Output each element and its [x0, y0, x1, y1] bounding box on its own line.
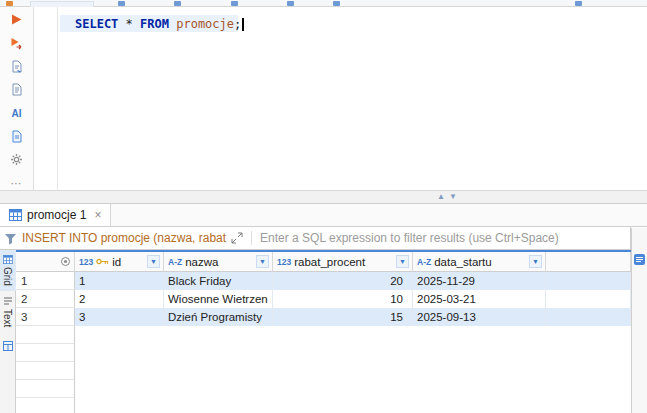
sql-keyword-select: SELECT: [75, 17, 118, 31]
cell-rabat-procent[interactable]: 10: [273, 290, 413, 308]
column-name: id: [112, 256, 121, 268]
row-number[interactable]: 2: [16, 290, 75, 308]
sort-dropdown-rabat-procent[interactable]: ▼: [396, 255, 409, 268]
column-header-rabat-procent[interactable]: 123 rabat_procent ▼: [273, 252, 413, 272]
gear-icon: [10, 153, 23, 166]
column-name: rabat_procent: [294, 256, 365, 268]
select-all-corner[interactable]: [16, 252, 75, 272]
record-selector-icon: [60, 256, 71, 267]
table-row: 3 3 Dzień Programisty 15 2025-09-13: [16, 308, 631, 326]
cell-id[interactable]: 3: [75, 308, 164, 326]
sql-star: *: [126, 17, 133, 31]
document-arrow-icon: [11, 60, 23, 73]
ai-assistant-button[interactable]: AI: [9, 107, 25, 120]
close-icon[interactable]: ×: [94, 208, 101, 222]
result-tab-label: promocje 1: [27, 208, 86, 222]
editor-side-toolbar: AI ⋯: [0, 7, 34, 190]
tab-text[interactable]: Text: [0, 291, 16, 332]
filter-input[interactable]: Enter a SQL expression to filter results…: [260, 231, 559, 245]
editor-results-splitter[interactable]: ▲▼: [0, 190, 647, 204]
play-icon: [10, 13, 23, 26]
cell-empty: [546, 290, 631, 308]
fold-margin: [57, 7, 58, 190]
panel-list-icon: [634, 254, 645, 265]
value-panel-strip: [631, 228, 647, 413]
text-caret: [242, 18, 244, 31]
type-number-icon: 123: [277, 257, 291, 267]
ai-label: AI: [12, 108, 22, 119]
type-string-icon: A-Z: [168, 257, 182, 267]
sql-editor-region: AI ⋯ SELECT * FROM promocje;: [0, 7, 647, 190]
column-header-nazwa[interactable]: A-Z nazwa ▼: [164, 252, 273, 272]
overflow-dots: ⋯: [11, 177, 23, 190]
calc-panel-button[interactable]: [3, 340, 13, 354]
sql-templates-button[interactable]: [9, 130, 25, 143]
table-row: 1 1 Black Friday 20 2025-11-29: [16, 272, 631, 290]
cell-empty: [546, 272, 631, 290]
sort-dropdown-id[interactable]: ▼: [147, 255, 160, 268]
sql-semicolon: ;: [234, 17, 241, 31]
expand-filter-icon[interactable]: [231, 232, 243, 244]
cropped-top-toolbar: [0, 0, 647, 7]
sql-editor[interactable]: SELECT * FROM promocje;: [34, 7, 647, 190]
collapse-up-icon[interactable]: ▲: [437, 192, 449, 201]
cell-rabat-procent[interactable]: 20: [273, 272, 413, 290]
type-string-icon: A-Z: [417, 257, 431, 267]
cropped-toolbar-icon: [118, 1, 125, 6]
document-icon: [11, 83, 23, 96]
grid-view-icon: [3, 255, 13, 264]
cropped-toolbar-icon: [575, 1, 582, 6]
cell-empty: [546, 308, 631, 326]
script-document-button[interactable]: [9, 83, 25, 96]
column-header-empty: [546, 252, 631, 272]
column-name: nazwa: [185, 256, 218, 268]
cell-nazwa[interactable]: Black Friday: [164, 272, 273, 290]
results-tabbar: promocje 1 ×: [0, 204, 647, 227]
filter-separator: [251, 231, 252, 245]
cropped-toolbar-icon: [333, 1, 340, 6]
cell-rabat-procent[interactable]: 15: [273, 308, 413, 326]
play-script-icon: [10, 37, 23, 50]
sort-dropdown-nazwa[interactable]: ▼: [256, 255, 269, 268]
text-view-icon: [3, 296, 13, 306]
column-name: data_startu: [434, 256, 492, 268]
value-panel-button[interactable]: [634, 254, 645, 268]
result-tab-promocje[interactable]: promocje 1 ×: [0, 204, 111, 226]
execute-script-button[interactable]: [9, 36, 25, 49]
filter-funnel-icon: [4, 232, 17, 245]
cell-id[interactable]: 1: [75, 272, 164, 290]
sort-dropdown-data-startu[interactable]: ▼: [529, 255, 542, 268]
cell-id[interactable]: 2: [75, 290, 164, 308]
row-number[interactable]: 3: [16, 308, 75, 326]
row-number[interactable]: 1: [16, 272, 75, 290]
cell-data-startu[interactable]: 2025-11-29: [413, 272, 546, 290]
applied-filter-text[interactable]: INSERT INTO promocje (nazwa, rabat: [22, 231, 226, 245]
result-grid: 123 id ▼ A-Z nazwa ▼ 123 rabat_procent ▼…: [16, 250, 631, 413]
result-view-tabs: Grid Text: [0, 250, 16, 413]
cell-nazwa[interactable]: Dzień Programisty: [164, 308, 273, 326]
cropped-toolbar-icon: [231, 1, 238, 6]
tab-grid[interactable]: Grid: [0, 250, 16, 291]
sql-code-line: SELECT * FROM promocje;: [75, 16, 244, 32]
table-row: 2 2 Wiosenne Wietrzen 10 2025-03-21: [16, 290, 631, 308]
mini-grid-icon: [3, 341, 13, 351]
blue-document-icon: [11, 130, 23, 143]
collapse-down-icon[interactable]: ▼: [449, 192, 461, 201]
tab-grid-label: Grid: [2, 267, 13, 286]
sql-table-name: promocje: [176, 17, 234, 31]
column-header-data-startu[interactable]: A-Z data_startu ▼: [413, 252, 546, 272]
cell-data-startu[interactable]: 2025-09-13: [413, 308, 546, 326]
primary-key-icon: [96, 257, 109, 266]
cropped-toolbar-icon: [6, 1, 13, 6]
table-icon: [9, 209, 22, 221]
explain-plan-button[interactable]: [9, 60, 25, 73]
toolbar-overflow-button[interactable]: ⋯: [9, 177, 25, 190]
cell-nazwa[interactable]: Wiosenne Wietrzen: [164, 290, 273, 308]
sql-keyword-from: FROM: [140, 17, 169, 31]
editor-settings-button[interactable]: [9, 153, 25, 166]
cell-data-startu[interactable]: 2025-03-21: [413, 290, 546, 308]
result-filter-bar: INSERT INTO promocje (nazwa, rabat Enter…: [0, 227, 631, 250]
splitter-collapse-controls[interactable]: ▲▼: [437, 192, 461, 201]
column-header-id[interactable]: 123 id ▼: [75, 252, 164, 272]
execute-statement-button[interactable]: [9, 13, 25, 26]
